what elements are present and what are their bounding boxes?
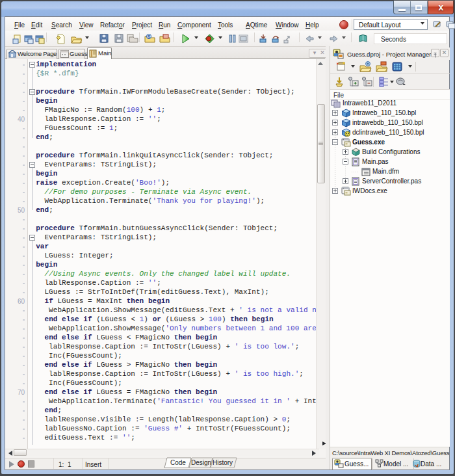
svg-text:$: $ xyxy=(148,34,151,40)
svg-text:Code: Code xyxy=(170,459,186,466)
svg-text:History: History xyxy=(213,459,233,466)
svg-text:Design: Design xyxy=(191,459,211,466)
